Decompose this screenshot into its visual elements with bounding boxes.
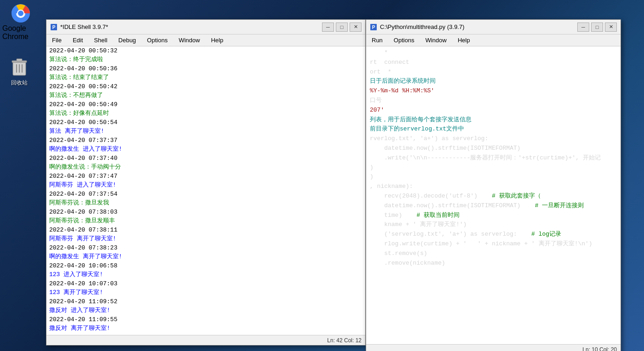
list-item: 2022-04-20 07:38:11 — [49, 226, 362, 235]
svg-point-4 — [18, 11, 23, 16]
list-item: 啊的撒发生 进入了聊天室! — [49, 145, 362, 154]
list-item: recv(2048).decode('utf-8') # 获取此套接字（ — [370, 192, 617, 201]
titlebar-left: P *IDLE Shell 3.9.7* — [50, 23, 108, 31]
idle-content: 阿斯蒂芬 离开了聊天室!2022-04-20 00:50:18算法 进入了聊天室… — [46, 46, 365, 335]
list-item: 2022-04-20 07:37:37 — [49, 136, 362, 145]
list-item: datetime.now().strftime(ISOTIMEFORMAT) #… — [370, 201, 617, 211]
list-item: 阿斯蒂芬 离开了聊天室! — [49, 234, 362, 243]
idle-shell-window: P *IDLE Shell 3.9.7* ─ □ ✕ File Edit She… — [46, 19, 366, 345]
code-content: *rt connectort *日于后面的记录系统时间%Y-%m-%d %H:%… — [366, 46, 621, 344]
list-item: 前目录下的serverlog.txt文件中 — [370, 125, 617, 134]
list-item: rverlog.txt', 'a+') as serverlog: — [370, 134, 617, 144]
list-item: 算法说：结束了结束了 — [49, 73, 362, 82]
svg-text:P: P — [372, 25, 375, 30]
list-item: 算法 离开了聊天室! — [49, 127, 362, 136]
list-item: 2022-04-20 07:38:03 — [49, 208, 362, 217]
list-item: 2022-04-20 00:50:54 — [49, 118, 362, 127]
list-item: 阿斯蒂芬说：撒旦发顺丰 — [49, 216, 362, 226]
menu-options-code[interactable]: Options — [392, 36, 416, 45]
code-titlebar-left: P C:\Python\multithread.py (3.9.7) — [370, 23, 465, 31]
list-item: rt connect — [370, 58, 617, 68]
list-item: * — [370, 48, 617, 58]
code-menubar: Run Options Window Help — [366, 34, 621, 46]
list-item: 列表，用于后面给每个套接字发送信息 — [370, 115, 617, 125]
list-item: kname + ' 离开了聊天室!') — [370, 220, 617, 230]
code-title: C:\Python\multithread.py (3.9.7) — [380, 23, 465, 30]
list-item: 2022-04-20 10:06:58 — [49, 261, 362, 271]
list-item: st.remove(s) — [370, 249, 617, 259]
code-minimize[interactable]: ─ — [577, 23, 589, 32]
list-item: , nickname): — [370, 182, 617, 192]
code-icon: P — [370, 23, 377, 31]
list-item: 2022-04-20 00:50:36 — [49, 64, 362, 74]
list-item: 2022-04-20 00:50:49 — [49, 100, 362, 109]
list-item: 阿斯蒂芬 进入了聊天室! — [49, 181, 362, 190]
list-item: ) — [370, 172, 617, 182]
list-item: time) # 获取当前时间 — [370, 211, 617, 221]
list-item: 2022-04-20 11:09:55 — [49, 315, 362, 324]
svg-text:P: P — [52, 25, 56, 30]
idle-statusbar: Ln: 42 Col: 12 — [46, 335, 365, 345]
maximize-button[interactable]: □ — [336, 23, 348, 32]
menu-debug[interactable]: Debug — [116, 36, 138, 45]
list-item: 口号 — [370, 96, 617, 106]
list-item: 2022-04-20 11:09:52 — [49, 297, 362, 306]
chrome-label: Google Chrome — [2, 24, 39, 41]
idle-icon: P — [50, 23, 58, 31]
list-item: 123 离开了聊天室! — [49, 288, 362, 297]
list-item: rlog.write(curtime) + ' ' + nickname + '… — [370, 239, 617, 249]
list-item: 2022-04-20 07:37:47 — [49, 172, 362, 181]
list-item: 2022-04-20 00:50:32 — [49, 46, 362, 55]
close-button[interactable]: ✕ — [350, 23, 362, 32]
idle-status: Ln: 42 Col: 12 — [327, 337, 362, 344]
menu-shell[interactable]: Shell — [92, 36, 109, 45]
list-item: ) — [370, 163, 617, 173]
code-status: Ln: 10 Col: 20 — [582, 346, 617, 351]
list-item: ('serverlog.txt', 'a+') as serverlog: # … — [370, 230, 617, 239]
titlebar-controls: ─ □ ✕ — [322, 23, 362, 32]
menu-edit[interactable]: Edit — [71, 36, 85, 45]
list-item: 2022-04-20 07:37:40 — [49, 154, 362, 163]
menu-options[interactable]: Options — [145, 36, 170, 45]
list-item: %Y-%m-%d %H:%M:%S' — [370, 86, 617, 96]
code-close[interactable]: ✕ — [605, 23, 617, 32]
menu-file[interactable]: File — [50, 36, 63, 45]
minimize-button[interactable]: ─ — [322, 23, 334, 32]
code-editor-window: P C:\Python\multithread.py (3.9.7) ─ □ ✕… — [366, 19, 621, 351]
list-item: 123 进入了聊天室! — [49, 270, 362, 279]
menu-window[interactable]: Window — [177, 36, 201, 45]
menu-help-code[interactable]: Help — [456, 36, 472, 45]
idle-titlebar: P *IDLE Shell 3.9.7* ─ □ ✕ — [46, 20, 365, 34]
code-maximize[interactable]: □ — [591, 23, 603, 32]
recycle-bin-icon[interactable]: 回收站 — [8, 55, 30, 87]
chrome-desktop-icon[interactable]: Google Chrome — [2, 2, 39, 41]
list-item: 算法说：终于完成啦 — [49, 55, 362, 64]
list-item: 算法说：好像有点延时 — [49, 109, 362, 118]
shell-output[interactable]: 阿斯蒂芬 离开了聊天室!2022-04-20 00:50:18算法 进入了聊天室… — [46, 46, 365, 335]
menu-run[interactable]: Run — [370, 36, 385, 45]
list-item: 2022-04-20 07:38:23 — [49, 243, 362, 253]
idle-title: *IDLE Shell 3.9.7* — [60, 23, 108, 30]
list-item: 啊的撒发生 离开了聊天室! — [49, 252, 362, 261]
list-item: ort * — [370, 68, 617, 77]
svg-rect-7 — [17, 59, 22, 61]
code-titlebar: P C:\Python\multithread.py (3.9.7) ─ □ ✕ — [366, 20, 621, 34]
list-item: 算法说：不想再做了 — [49, 91, 362, 100]
chrome-icon — [10, 2, 32, 24]
idle-menubar: File Edit Shell Debug Options Window Hel… — [46, 34, 365, 46]
list-item: 2022-04-20 07:37:54 — [49, 190, 362, 199]
list-item: 2022-04-20 00:50:42 — [49, 82, 362, 91]
recycle-bin-svg — [8, 55, 30, 77]
list-item: 207' — [370, 106, 617, 115]
list-item: 撒反对 进入了聊天室! — [49, 306, 362, 315]
list-item: 阿斯蒂芬说：撒旦发我 — [49, 198, 362, 208]
list-item: 2022-04-20 10:07:03 — [49, 279, 362, 289]
code-statusbar: Ln: 10 Col: 20 — [366, 344, 621, 351]
menu-help[interactable]: Help — [209, 36, 225, 45]
recycle-label: 回收站 — [11, 79, 28, 87]
list-item: .remove(nickname) — [370, 259, 617, 268]
list-item: 撒反对 离开了聊天室! — [49, 324, 362, 333]
menu-window-code[interactable]: Window — [424, 36, 448, 45]
list-item: 啊的撒发生说：手动阀十分 — [49, 163, 362, 172]
code-editor-area[interactable]: *rt connectort *日于后面的记录系统时间%Y-%m-%d %H:%… — [366, 46, 621, 344]
